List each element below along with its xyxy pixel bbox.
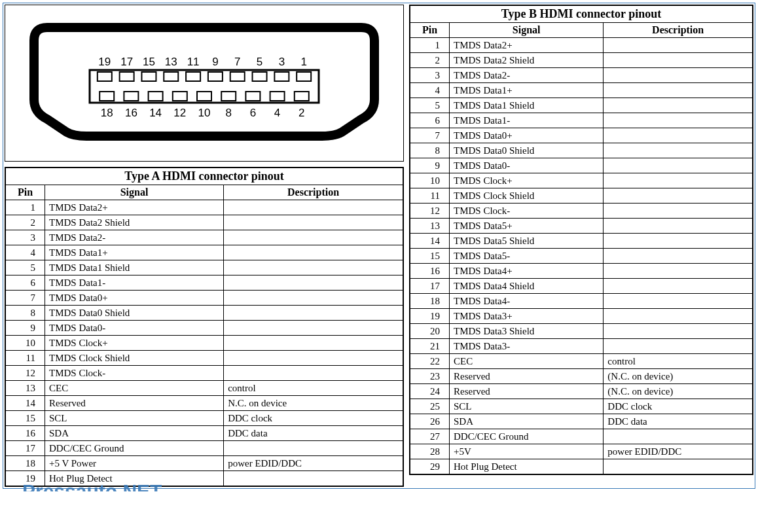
svg-rect-9: [186, 72, 200, 81]
table-row: 17DDC/CEC Ground: [6, 441, 403, 456]
pin-cell: 21: [410, 339, 450, 354]
signal-cell: TMDS Data0 Shield: [45, 306, 224, 321]
pin-cell: 18: [410, 294, 450, 309]
pin-cell: 8: [410, 143, 450, 158]
table-row: 12TMDS Clock-: [410, 204, 753, 219]
table-row: 16SDADDC data: [6, 426, 403, 441]
pin-cell: 29: [410, 459, 450, 474]
signal-cell: Hot Plug Detect: [45, 471, 224, 486]
svg-text:6: 6: [250, 107, 256, 119]
pin-cell: 5: [6, 260, 45, 275]
pin-cell: 2: [6, 215, 45, 230]
svg-text:9: 9: [212, 56, 218, 68]
pin-cell: 23: [410, 369, 450, 384]
description-cell: [604, 234, 753, 249]
description-cell: [604, 158, 753, 173]
svg-rect-25: [149, 92, 163, 101]
signal-cell: TMDS Clock-: [450, 204, 604, 219]
type-a-pinout-table: Type A HDMI connector pinout Pin Signal …: [5, 168, 403, 486]
signal-cell: +5V: [450, 444, 604, 459]
signal-cell: TMDS Data5+: [450, 219, 604, 234]
table-row: 29Hot Plug Detect: [410, 459, 753, 474]
signal-cell: TMDS Data3 Shield: [450, 324, 604, 339]
pin-cell: 11: [6, 351, 45, 366]
signal-cell: TMDS Data4 Shield: [450, 279, 604, 294]
description-cell: [224, 215, 403, 230]
pin-cell: 7: [410, 128, 450, 143]
svg-rect-29: [197, 92, 211, 101]
signal-cell: DDC/CEC Ground: [450, 429, 604, 444]
table-row: 11TMDS Clock Shield: [6, 351, 403, 366]
description-cell: control: [224, 381, 403, 396]
description-cell: [224, 275, 403, 291]
pin-cell: 9: [6, 321, 45, 336]
svg-text:7: 7: [234, 56, 240, 68]
svg-text:13: 13: [165, 56, 177, 68]
table-row: 4TMDS Data1+: [6, 245, 403, 260]
table-row: 8TMDS Data0 Shield: [6, 306, 403, 321]
description-cell: [604, 98, 753, 113]
description-cell: [224, 351, 403, 366]
svg-rect-5: [141, 72, 156, 81]
table-row: 18TMDS Data4-: [410, 294, 753, 309]
description-cell: [604, 339, 753, 354]
pin-cell: 20: [410, 324, 450, 339]
signal-cell: TMDS Data2 Shield: [45, 215, 224, 230]
signal-cell: TMDS Data4-: [450, 294, 604, 309]
pin-cell: 13: [6, 381, 45, 396]
table-row: 12TMDS Clock-: [6, 366, 403, 381]
svg-rect-13: [230, 72, 245, 81]
pin-cell: 3: [6, 230, 45, 245]
pin-cell: 17: [6, 441, 45, 456]
signal-cell: +5 V Power: [45, 456, 224, 471]
table-row: 11TMDS Clock Shield: [410, 188, 753, 204]
svg-rect-11: [208, 72, 223, 81]
description-cell: [604, 188, 753, 204]
table-b-head-desc: Description: [604, 23, 753, 38]
description-cell: (N.C. on device): [604, 384, 753, 399]
table-row: 21TMDS Data3-: [410, 339, 753, 354]
signal-cell: TMDS Data2 Shield: [450, 53, 604, 68]
table-row: 7TMDS Data0+: [6, 291, 403, 306]
description-cell: [224, 321, 403, 336]
description-cell: [604, 173, 753, 188]
description-cell: [604, 279, 753, 294]
description-cell: [604, 219, 753, 234]
signal-cell: SDA: [450, 414, 604, 429]
description-cell: [224, 336, 403, 351]
table-row: 8TMDS Data0 Shield: [410, 143, 753, 158]
table-row: 19Hot Plug Detect: [6, 471, 403, 486]
table-row: 16TMDS Data4+: [410, 264, 753, 279]
description-cell: [604, 459, 753, 474]
signal-cell: TMDS Data2+: [450, 38, 604, 53]
pin-cell: 3: [410, 68, 450, 83]
pin-cell: 19: [410, 309, 450, 324]
description-cell: DDC clock: [604, 399, 753, 414]
description-cell: [604, 204, 753, 219]
pin-cell: 15: [410, 249, 450, 264]
pin-cell: 17: [410, 279, 450, 294]
table-row: 5TMDS Data1 Shield: [410, 98, 753, 113]
signal-cell: TMDS Data1+: [450, 83, 604, 98]
table-row: 1TMDS Data2+: [410, 38, 753, 53]
table-row: 2TMDS Data2 Shield: [6, 215, 403, 230]
signal-cell: SCL: [450, 399, 604, 414]
signal-cell: TMDS Data0 Shield: [450, 143, 604, 158]
description-cell: [224, 230, 403, 245]
description-cell: power EDID/DDC: [604, 444, 753, 459]
svg-rect-21: [99, 92, 114, 101]
table-row: 5TMDS Data1 Shield: [6, 260, 403, 275]
signal-cell: TMDS Clock Shield: [450, 188, 604, 204]
pin-cell: 18: [6, 456, 45, 471]
signal-cell: TMDS Clock Shield: [45, 351, 224, 366]
table-row: 6TMDS Data1-: [6, 275, 403, 291]
description-cell: [604, 143, 753, 158]
description-cell: DDC data: [604, 414, 753, 429]
signal-cell: TMDS Data3+: [450, 309, 604, 324]
page-container: 19171513119753118161412108642 Type A HDM…: [3, 3, 755, 489]
table-row: 25SCLDDC clock: [410, 399, 753, 414]
description-cell: [604, 38, 753, 53]
pin-cell: 25: [410, 399, 450, 414]
signal-cell: TMDS Data1-: [450, 113, 604, 128]
table-b-title: Type B HDMI connector pinout: [410, 6, 753, 23]
